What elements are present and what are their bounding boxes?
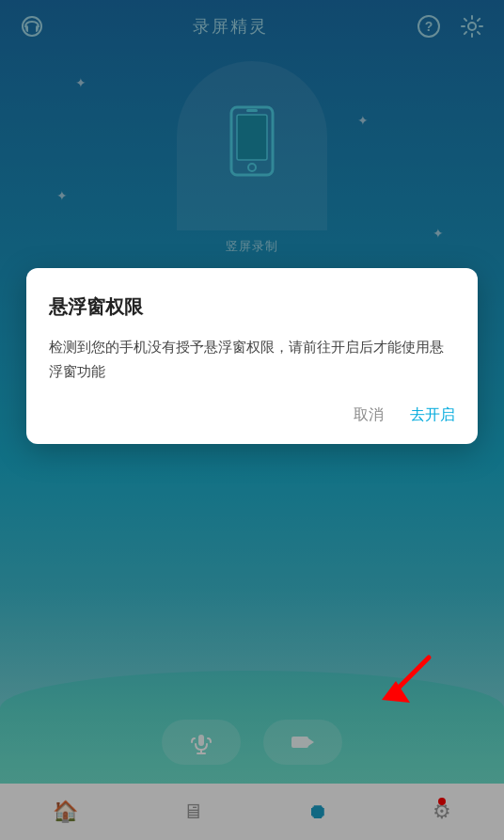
dialog-title: 悬浮窗权限 <box>49 294 455 320</box>
cancel-button[interactable]: 取消 <box>354 405 384 425</box>
arrow-annotation <box>363 639 438 718</box>
app-background: ✦ ✦ ✦ ✦ 录屏精灵 ? <box>0 0 504 840</box>
permission-dialog: 悬浮窗权限 检测到您的手机没有授予悬浮窗权限，请前往开启后才能使用悬浮窗功能 取… <box>26 268 478 444</box>
dialog-body: 检测到您的手机没有授予悬浮窗权限，请前往开启后才能使用悬浮窗功能 <box>49 335 455 383</box>
dialog-actions: 取消 去开启 <box>49 405 455 425</box>
svg-marker-14 <box>382 681 410 703</box>
confirm-button[interactable]: 去开启 <box>410 405 455 425</box>
